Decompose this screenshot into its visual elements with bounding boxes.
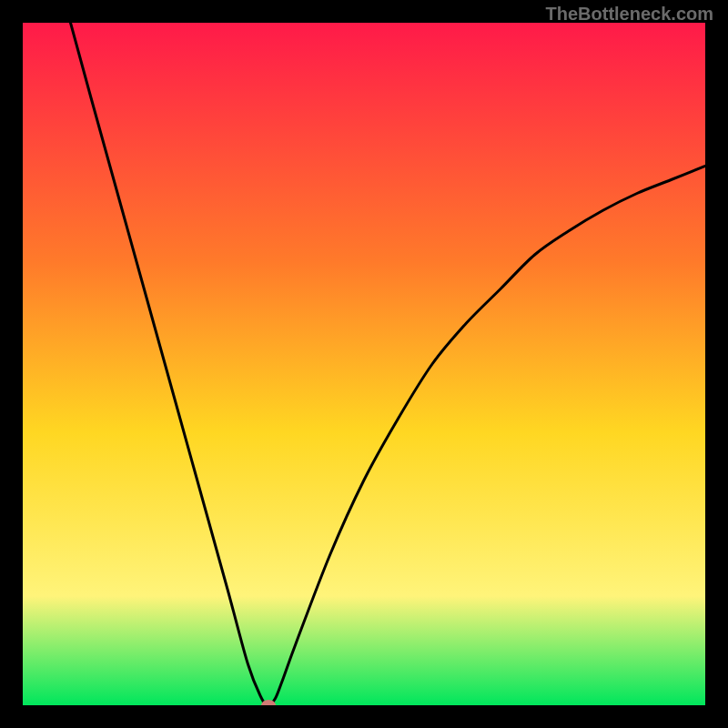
watermark-text: TheBottleneck.com xyxy=(546,4,713,25)
bottleneck-chart xyxy=(23,23,705,705)
chart-frame: TheBottleneck.com xyxy=(0,0,728,728)
gradient-background xyxy=(23,23,705,705)
plot-area xyxy=(23,23,705,705)
